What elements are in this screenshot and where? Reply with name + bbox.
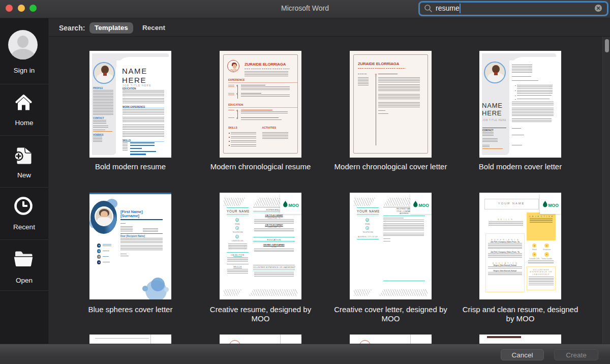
svg-text:MOO: MOO [288,203,299,208]
svg-text:MOO: MOO [418,203,429,208]
svg-text:MOO: MOO [548,203,559,208]
